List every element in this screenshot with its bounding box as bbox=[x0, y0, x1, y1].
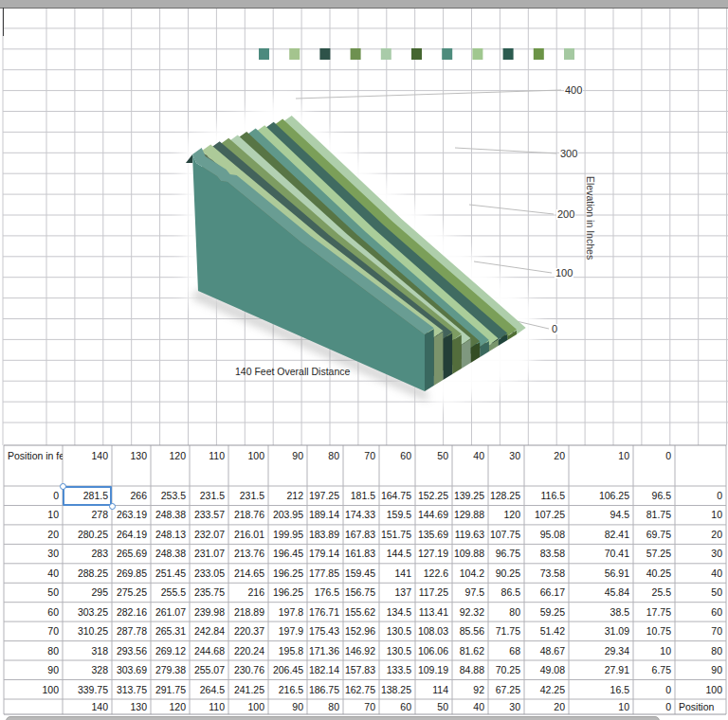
legend-swatch[interactable] bbox=[472, 48, 482, 60]
legend-swatch[interactable] bbox=[259, 48, 269, 60]
table-cell[interactable]: 0 bbox=[633, 680, 675, 699]
table-cell[interactable]: 100 bbox=[4, 680, 63, 699]
table-cell[interactable]: 90 bbox=[4, 660, 63, 679]
legend-swatch[interactable] bbox=[534, 48, 544, 60]
table-cell[interactable]: 278 bbox=[63, 505, 112, 524]
horizontal-scrollbar[interactable] bbox=[6, 716, 660, 720]
table-cell[interactable]: 167.83 bbox=[343, 525, 379, 544]
legend-swatch[interactable] bbox=[564, 48, 574, 60]
table-cell[interactable]: 218.76 bbox=[228, 505, 268, 524]
table-header-cell[interactable]: 70 bbox=[343, 445, 379, 486]
table-cell[interactable]: 159.5 bbox=[379, 505, 415, 524]
table-cell[interactable]: 120 bbox=[488, 505, 524, 524]
table-cell[interactable]: 328 bbox=[63, 660, 112, 679]
table-cell[interactable]: 152.25 bbox=[415, 486, 452, 505]
table-footer-cell[interactable]: 80 bbox=[307, 699, 343, 714]
table-cell[interactable]: 117.25 bbox=[415, 583, 452, 602]
legend-swatch[interactable] bbox=[411, 48, 422, 60]
table-cell[interactable]: 138.25 bbox=[379, 680, 415, 699]
table-cell[interactable]: 303.69 bbox=[112, 660, 151, 679]
table-cell[interactable]: 109.88 bbox=[452, 544, 488, 563]
table-cell[interactable]: 269.12 bbox=[151, 641, 190, 660]
table-cell[interactable]: 70 bbox=[675, 621, 726, 640]
table-cell[interactable]: 119.63 bbox=[452, 525, 488, 544]
table-cell[interactable]: 253.5 bbox=[151, 486, 190, 505]
table-header-cell[interactable]: 50 bbox=[415, 445, 452, 486]
table-cell[interactable]: 176.5 bbox=[307, 583, 343, 602]
table-footer-cell[interactable]: 90 bbox=[268, 699, 307, 714]
table-cell[interactable]: 60 bbox=[4, 603, 63, 621]
table-cell[interactable]: 162.75 bbox=[343, 680, 379, 699]
table-cell[interactable]: 106.25 bbox=[569, 486, 633, 505]
table-cell[interactable]: 179.14 bbox=[307, 544, 343, 563]
table-cell[interactable]: 214.65 bbox=[228, 564, 268, 583]
table-cell[interactable]: 113.41 bbox=[415, 603, 452, 621]
table-cell[interactable]: 134.5 bbox=[379, 603, 415, 621]
table-footer-cell[interactable]: 60 bbox=[379, 699, 415, 714]
table-cell[interactable]: 66.17 bbox=[524, 583, 569, 602]
table-cell[interactable]: 40.25 bbox=[633, 564, 675, 583]
table-cell[interactable]: 92.32 bbox=[452, 603, 488, 621]
table-cell[interactable]: 282.16 bbox=[112, 603, 151, 621]
table-cell[interactable]: 97.5 bbox=[452, 583, 488, 602]
table-header-cell[interactable]: 120 bbox=[151, 445, 190, 486]
table-cell[interactable]: 137 bbox=[379, 583, 415, 602]
table-cell[interactable]: 0 bbox=[675, 486, 726, 505]
table-cell[interactable]: 174.33 bbox=[343, 505, 379, 524]
table-cell[interactable]: 116.5 bbox=[524, 486, 569, 505]
table-cell[interactable]: 90 bbox=[675, 660, 726, 679]
table-cell[interactable]: 212 bbox=[268, 486, 307, 505]
table-cell[interactable]: 264.19 bbox=[112, 525, 151, 544]
table-header-cell[interactable]: 100 bbox=[228, 445, 268, 486]
table-cell[interactable]: 56.91 bbox=[569, 564, 633, 583]
table-cell[interactable]: 248.38 bbox=[151, 544, 190, 563]
table-cell[interactable]: 159.45 bbox=[343, 564, 379, 583]
table-cell[interactable]: 196.25 bbox=[268, 583, 307, 602]
table-cell[interactable]: 279.38 bbox=[151, 660, 190, 679]
table-footer-cell[interactable]: 40 bbox=[452, 699, 488, 714]
chart-legend[interactable] bbox=[259, 48, 574, 60]
table-header-cell[interactable]: 20 bbox=[524, 445, 569, 486]
legend-swatch[interactable] bbox=[289, 48, 300, 60]
table-header-cell[interactable]: 10 bbox=[569, 445, 633, 486]
table-cell[interactable]: 70.41 bbox=[569, 544, 633, 563]
table-cell[interactable]: 197.8 bbox=[268, 603, 307, 621]
table-cell[interactable]: 288.25 bbox=[63, 564, 112, 583]
table-cell[interactable]: 266 bbox=[112, 486, 151, 505]
table-cell[interactable]: 275.25 bbox=[112, 583, 151, 602]
table-cell[interactable]: 265.69 bbox=[112, 544, 151, 563]
table-header-cell[interactable]: 0 bbox=[633, 445, 675, 486]
table-cell[interactable]: 195.8 bbox=[268, 641, 307, 660]
table-cell[interactable]: 95.08 bbox=[524, 525, 569, 544]
table-cell[interactable]: 85.56 bbox=[452, 621, 488, 640]
table-cell[interactable]: 216.01 bbox=[228, 525, 268, 544]
table-cell[interactable]: 293.56 bbox=[112, 641, 151, 660]
table-cell[interactable]: 235.75 bbox=[190, 583, 228, 602]
table-cell[interactable]: 216.5 bbox=[268, 680, 307, 699]
table-footer-cell[interactable]: 120 bbox=[151, 699, 190, 714]
table-cell[interactable]: 291.75 bbox=[151, 680, 190, 699]
table-header-cell[interactable]: 60 bbox=[379, 445, 415, 486]
table-cell[interactable]: 181.5 bbox=[343, 486, 379, 505]
table-cell[interactable]: 127.19 bbox=[415, 544, 452, 563]
table-cell[interactable]: 176.71 bbox=[307, 603, 343, 621]
table-cell[interactable]: 218.89 bbox=[228, 603, 268, 621]
table-cell[interactable]: 107.25 bbox=[524, 505, 569, 524]
table-cell[interactable]: 108.03 bbox=[415, 621, 452, 640]
table-cell[interactable]: 232.07 bbox=[190, 525, 228, 544]
table-cell[interactable]: 122.6 bbox=[415, 564, 452, 583]
table-cell[interactable]: 241.25 bbox=[228, 680, 268, 699]
table-cell[interactable]: 0 bbox=[4, 486, 63, 505]
table-footer-cell[interactable]: 50 bbox=[415, 699, 452, 714]
table-cell[interactable]: 213.76 bbox=[228, 544, 268, 563]
table-footer-cell[interactable]: 140 bbox=[63, 699, 112, 714]
table-cell[interactable]: 80 bbox=[675, 641, 726, 660]
table-cell[interactable]: 96.75 bbox=[488, 544, 524, 563]
table-cell[interactable]: 92 bbox=[452, 680, 488, 699]
table-cell[interactable]: 135.69 bbox=[415, 525, 452, 544]
table-cell[interactable]: 84.88 bbox=[452, 660, 488, 679]
table-cell[interactable]: 220.24 bbox=[228, 641, 268, 660]
table-cell[interactable]: 255.07 bbox=[190, 660, 228, 679]
table-cell[interactable]: 80 bbox=[488, 603, 524, 621]
table-cell[interactable]: 233.05 bbox=[190, 564, 228, 583]
